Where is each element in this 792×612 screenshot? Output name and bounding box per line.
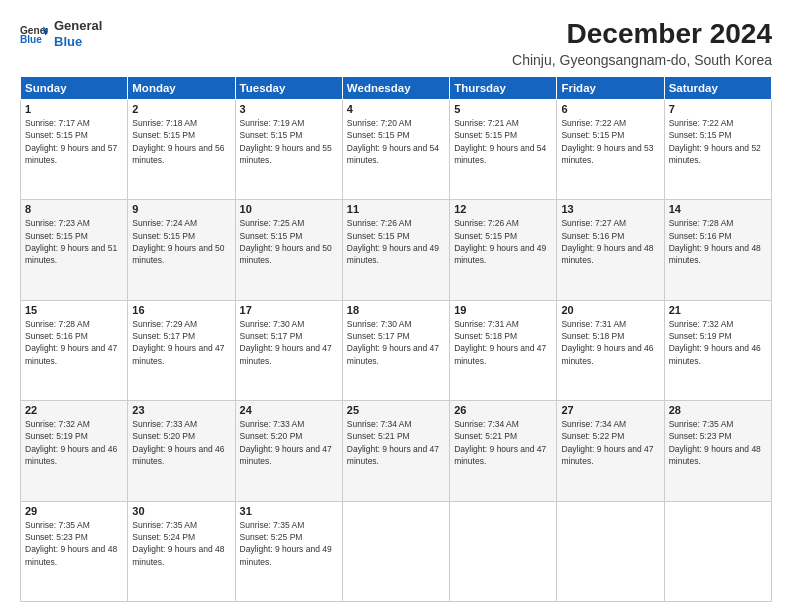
day-info: Sunrise: 7:23 AM Sunset: 5:15 PM Dayligh… [25, 217, 123, 266]
calendar-row-1: 8 Sunrise: 7:23 AM Sunset: 5:15 PM Dayli… [21, 200, 772, 300]
table-row: 1 Sunrise: 7:17 AM Sunset: 5:15 PM Dayli… [21, 100, 128, 200]
day-number: 2 [132, 103, 230, 115]
day-number: 7 [669, 103, 767, 115]
day-info: Sunrise: 7:35 AM Sunset: 5:23 PM Dayligh… [669, 418, 767, 467]
sunset-text: Sunset: 5:17 PM [347, 331, 410, 341]
daylight-text: Daylight: 9 hours and 50 minutes. [132, 243, 224, 265]
day-info: Sunrise: 7:29 AM Sunset: 5:17 PM Dayligh… [132, 318, 230, 367]
sunset-text: Sunset: 5:15 PM [454, 130, 517, 140]
sunrise-text: Sunrise: 7:33 AM [132, 419, 197, 429]
daylight-text: Daylight: 9 hours and 52 minutes. [669, 143, 761, 165]
table-row: 25 Sunrise: 7:34 AM Sunset: 5:21 PM Dayl… [342, 401, 449, 501]
day-number: 20 [561, 304, 659, 316]
sunrise-text: Sunrise: 7:32 AM [25, 419, 90, 429]
day-info: Sunrise: 7:35 AM Sunset: 5:23 PM Dayligh… [25, 519, 123, 568]
sunset-text: Sunset: 5:15 PM [669, 130, 732, 140]
day-info: Sunrise: 7:31 AM Sunset: 5:18 PM Dayligh… [561, 318, 659, 367]
daylight-text: Daylight: 9 hours and 47 minutes. [454, 444, 546, 466]
calendar-table: Sunday Monday Tuesday Wednesday Thursday… [20, 76, 772, 602]
col-thursday: Thursday [450, 77, 557, 100]
table-row: 16 Sunrise: 7:29 AM Sunset: 5:17 PM Dayl… [128, 300, 235, 400]
day-number: 29 [25, 505, 123, 517]
header: General Blue General Blue December 2024 … [20, 18, 772, 68]
day-info: Sunrise: 7:19 AM Sunset: 5:15 PM Dayligh… [240, 117, 338, 166]
col-friday: Friday [557, 77, 664, 100]
daylight-text: Daylight: 9 hours and 56 minutes. [132, 143, 224, 165]
sunset-text: Sunset: 5:23 PM [25, 532, 88, 542]
sunset-text: Sunset: 5:20 PM [240, 431, 303, 441]
daylight-text: Daylight: 9 hours and 48 minutes. [561, 243, 653, 265]
sunrise-text: Sunrise: 7:25 AM [240, 218, 305, 228]
sunset-text: Sunset: 5:15 PM [132, 231, 195, 241]
daylight-text: Daylight: 9 hours and 50 minutes. [240, 243, 332, 265]
sunset-text: Sunset: 5:16 PM [561, 231, 624, 241]
sunrise-text: Sunrise: 7:22 AM [669, 118, 734, 128]
daylight-text: Daylight: 9 hours and 47 minutes. [454, 343, 546, 365]
table-row [342, 501, 449, 601]
table-row: 4 Sunrise: 7:20 AM Sunset: 5:15 PM Dayli… [342, 100, 449, 200]
table-row: 29 Sunrise: 7:35 AM Sunset: 5:23 PM Dayl… [21, 501, 128, 601]
table-row [450, 501, 557, 601]
day-info: Sunrise: 7:26 AM Sunset: 5:15 PM Dayligh… [454, 217, 552, 266]
sunset-text: Sunset: 5:24 PM [132, 532, 195, 542]
day-number: 12 [454, 203, 552, 215]
sunset-text: Sunset: 5:25 PM [240, 532, 303, 542]
daylight-text: Daylight: 9 hours and 57 minutes. [25, 143, 117, 165]
table-row: 31 Sunrise: 7:35 AM Sunset: 5:25 PM Dayl… [235, 501, 342, 601]
month-title: December 2024 [512, 18, 772, 50]
day-info: Sunrise: 7:25 AM Sunset: 5:15 PM Dayligh… [240, 217, 338, 266]
sunset-text: Sunset: 5:18 PM [561, 331, 624, 341]
day-info: Sunrise: 7:34 AM Sunset: 5:22 PM Dayligh… [561, 418, 659, 467]
sunset-text: Sunset: 5:15 PM [561, 130, 624, 140]
table-row: 15 Sunrise: 7:28 AM Sunset: 5:16 PM Dayl… [21, 300, 128, 400]
table-row: 12 Sunrise: 7:26 AM Sunset: 5:15 PM Dayl… [450, 200, 557, 300]
daylight-text: Daylight: 9 hours and 47 minutes. [347, 343, 439, 365]
table-row: 5 Sunrise: 7:21 AM Sunset: 5:15 PM Dayli… [450, 100, 557, 200]
daylight-text: Daylight: 9 hours and 53 minutes. [561, 143, 653, 165]
sunrise-text: Sunrise: 7:34 AM [454, 419, 519, 429]
daylight-text: Daylight: 9 hours and 49 minutes. [454, 243, 546, 265]
daylight-text: Daylight: 9 hours and 47 minutes. [132, 343, 224, 365]
sunset-text: Sunset: 5:15 PM [25, 231, 88, 241]
day-info: Sunrise: 7:33 AM Sunset: 5:20 PM Dayligh… [240, 418, 338, 467]
day-number: 5 [454, 103, 552, 115]
sunset-text: Sunset: 5:15 PM [240, 231, 303, 241]
daylight-text: Daylight: 9 hours and 48 minutes. [25, 544, 117, 566]
day-number: 11 [347, 203, 445, 215]
day-info: Sunrise: 7:18 AM Sunset: 5:15 PM Dayligh… [132, 117, 230, 166]
daylight-text: Daylight: 9 hours and 48 minutes. [669, 444, 761, 466]
sunrise-text: Sunrise: 7:24 AM [132, 218, 197, 228]
daylight-text: Daylight: 9 hours and 47 minutes. [25, 343, 117, 365]
sunrise-text: Sunrise: 7:35 AM [669, 419, 734, 429]
sunrise-text: Sunrise: 7:23 AM [25, 218, 90, 228]
sunrise-text: Sunrise: 7:28 AM [25, 319, 90, 329]
sunrise-text: Sunrise: 7:30 AM [240, 319, 305, 329]
daylight-text: Daylight: 9 hours and 47 minutes. [347, 444, 439, 466]
table-row: 30 Sunrise: 7:35 AM Sunset: 5:24 PM Dayl… [128, 501, 235, 601]
daylight-text: Daylight: 9 hours and 48 minutes. [132, 544, 224, 566]
day-number: 8 [25, 203, 123, 215]
day-info: Sunrise: 7:20 AM Sunset: 5:15 PM Dayligh… [347, 117, 445, 166]
logo: General Blue General Blue [20, 18, 102, 49]
daylight-text: Daylight: 9 hours and 47 minutes. [240, 444, 332, 466]
sunset-text: Sunset: 5:15 PM [25, 130, 88, 140]
sunrise-text: Sunrise: 7:27 AM [561, 218, 626, 228]
day-info: Sunrise: 7:22 AM Sunset: 5:15 PM Dayligh… [669, 117, 767, 166]
calendar-row-4: 29 Sunrise: 7:35 AM Sunset: 5:23 PM Dayl… [21, 501, 772, 601]
sunset-text: Sunset: 5:21 PM [347, 431, 410, 441]
table-row: 13 Sunrise: 7:27 AM Sunset: 5:16 PM Dayl… [557, 200, 664, 300]
table-row: 18 Sunrise: 7:30 AM Sunset: 5:17 PM Dayl… [342, 300, 449, 400]
sunset-text: Sunset: 5:18 PM [454, 331, 517, 341]
table-row: 24 Sunrise: 7:33 AM Sunset: 5:20 PM Dayl… [235, 401, 342, 501]
daylight-text: Daylight: 9 hours and 55 minutes. [240, 143, 332, 165]
daylight-text: Daylight: 9 hours and 46 minutes. [132, 444, 224, 466]
table-row: 23 Sunrise: 7:33 AM Sunset: 5:20 PM Dayl… [128, 401, 235, 501]
table-row: 17 Sunrise: 7:30 AM Sunset: 5:17 PM Dayl… [235, 300, 342, 400]
sunset-text: Sunset: 5:19 PM [25, 431, 88, 441]
sunset-text: Sunset: 5:15 PM [132, 130, 195, 140]
sunset-text: Sunset: 5:21 PM [454, 431, 517, 441]
day-info: Sunrise: 7:28 AM Sunset: 5:16 PM Dayligh… [25, 318, 123, 367]
sunset-text: Sunset: 5:22 PM [561, 431, 624, 441]
sunset-text: Sunset: 5:23 PM [669, 431, 732, 441]
day-info: Sunrise: 7:24 AM Sunset: 5:15 PM Dayligh… [132, 217, 230, 266]
